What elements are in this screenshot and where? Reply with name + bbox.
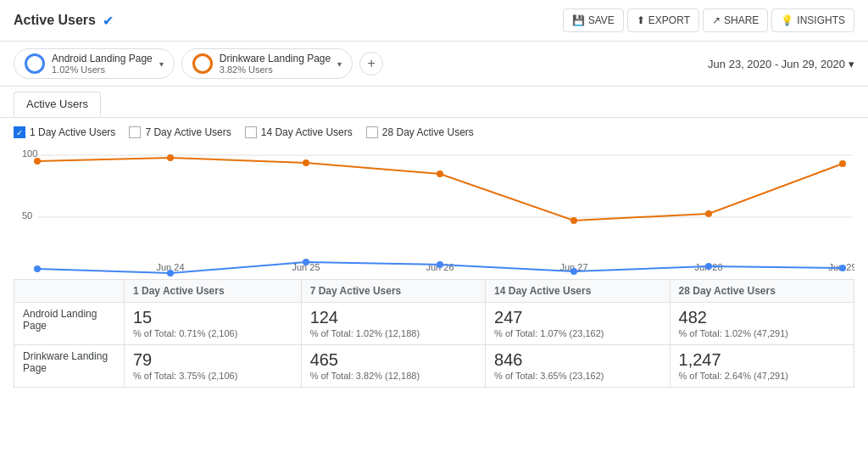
cell-pct: % of Total: 3.65% (23,162) [494,371,604,381]
cell-value: 79 [133,350,292,370]
header-left: Active Users ✔ [14,13,114,29]
segment-android[interactable]: Android Landing Page 1.02% Users ▾ [14,48,175,79]
save-button[interactable]: 💾 SAVE [563,8,624,32]
toggle-14day[interactable]: 14 Day Active Users [245,126,353,138]
date-range-picker[interactable]: Jun 23, 2020 - Jun 29, 2020 ▾ [708,58,854,70]
cell-1-0: 79% of Total: 3.75% (2,106) [125,345,302,388]
drinkware-point-6 [839,160,846,167]
toggle-7day[interactable]: 7 Day Active Users [129,126,231,138]
col-header-28day: 28 Day Active Users [670,280,854,303]
android-point-0 [34,265,41,272]
export-icon: ⬆ [637,14,645,26]
metric-toggles: ✓ 1 Day Active Users 7 Day Active Users … [14,126,854,138]
insights-icon: 💡 [781,14,793,26]
drinkware-point-1 [167,154,174,161]
cell-1-1: 465% of Total: 3.82% (12,188) [301,345,485,388]
segment-drinkware-text: Drinkware Landing Page 3.82% Users [220,53,331,75]
drinkware-line [37,158,843,221]
toggle-1day[interactable]: ✓ 1 Day Active Users [14,126,115,138]
tab-bar: Active Users [0,87,868,118]
drinkware-point-4 [570,217,577,224]
checkbox-1day[interactable]: ✓ [14,126,25,138]
data-table-wrap: 1 Day Active Users 7 Day Active Users 14… [0,279,868,394]
cell-value: 465 [310,350,476,370]
android-point-4 [570,268,577,275]
drinkware-point-2 [303,159,309,166]
add-segment-button[interactable]: + [359,52,383,75]
cell-value: 124 [310,308,476,327]
android-point-3 [437,261,443,268]
save-icon: 💾 [572,14,585,26]
table-row: Drinkware Landing Page79% of Total: 3.75… [14,345,854,388]
verified-icon: ✔ [103,13,114,29]
cell-0-3: 482% of Total: 1.02% (47,291) [670,303,854,345]
date-chevron-icon: ▾ [849,58,854,70]
checkbox-28day[interactable] [366,126,378,138]
y-label-100: 100 [22,148,37,159]
col-header-14day: 14 Day Active Users [486,280,670,303]
cell-0-2: 247% of Total: 1.07% (23,162) [486,303,670,345]
cell-1-2: 846% of Total: 3.65% (23,162) [486,345,670,388]
cell-pct: % of Total: 0.71% (2,106) [133,328,237,338]
cell-value: 846 [494,350,660,370]
page-title: Active Users [14,13,96,28]
cell-value: 247 [494,308,660,327]
cell-pct: % of Total: 3.75% (2,106) [133,371,237,381]
cell-0-0: 15% of Total: 0.71% (2,106) [125,303,302,345]
row-label-1: Drinkware Landing Page [14,345,125,388]
col-header-7day: 7 Day Active Users [301,280,485,303]
share-icon: ↗ [712,14,721,26]
col-header-1day: 1 Day Active Users [125,280,302,303]
drinkware-point-5 [705,210,712,217]
header-actions: 💾 SAVE ⬆ EXPORT ↗ SHARE 💡 INSIGHTS [563,8,854,32]
chart-svg: 100 50 ... Jun 24 Jun 25 Jun 26 Jun 27 J… [14,145,854,276]
drinkware-point-3 [437,170,443,177]
cell-pct: % of Total: 2.64% (47,291) [679,371,788,381]
tab-active-users[interactable]: Active Users [14,92,101,117]
export-button[interactable]: ⬆ EXPORT [627,8,699,32]
segment-drinkware[interactable]: Drinkware Landing Page 3.82% Users ▾ [181,48,353,79]
cell-value: 1,247 [679,350,845,370]
segment-android-text: Android Landing Page 1.02% Users [52,53,153,75]
segment-android-icon [25,53,45,74]
cell-pct: % of Total: 1.02% (12,188) [310,328,420,338]
header: Active Users ✔ 💾 SAVE ⬆ EXPORT ↗ SHARE 💡… [0,0,868,42]
chevron-down-icon: ▾ [159,59,164,69]
android-point-2 [303,259,309,265]
drinkware-point-0 [34,158,41,165]
row-label-0: Android Landing Page [14,303,125,345]
segment-drinkware-icon [192,53,213,74]
segments-bar: Android Landing Page 1.02% Users ▾ Drink… [0,42,868,87]
cell-pct: % of Total: 1.02% (47,291) [679,328,788,338]
cell-pct: % of Total: 1.07% (23,162) [494,328,604,338]
data-table: 1 Day Active Users 7 Day Active Users 14… [14,279,854,388]
line-chart: 100 50 ... Jun 24 Jun 25 Jun 26 Jun 27 J… [14,145,854,279]
android-point-1 [167,270,174,276]
cell-1-3: 1,247% of Total: 2.64% (47,291) [670,345,854,388]
checkbox-14day[interactable] [245,126,257,138]
insights-button[interactable]: 💡 INSIGHTS [771,8,854,32]
table-row: Android Landing Page15% of Total: 0.71% … [14,303,854,345]
chart-container: ✓ 1 Day Active Users 7 Day Active Users … [0,118,868,279]
share-button[interactable]: ↗ SHARE [703,8,768,32]
table-header-row: 1 Day Active Users 7 Day Active Users 14… [14,280,854,303]
y-label-50: 50 [22,210,32,221]
cell-pct: % of Total: 3.82% (12,188) [310,371,420,381]
android-point-5 [705,263,712,270]
checkbox-7day[interactable] [129,126,141,138]
cell-0-1: 124% of Total: 1.02% (12,188) [301,303,485,345]
col-header-empty [14,280,125,303]
chevron-down-icon-2: ▾ [337,59,342,69]
cell-value: 482 [679,308,845,327]
android-point-6 [839,265,846,271]
toggle-28day[interactable]: 28 Day Active Users [366,126,474,138]
cell-value: 15 [133,308,292,327]
